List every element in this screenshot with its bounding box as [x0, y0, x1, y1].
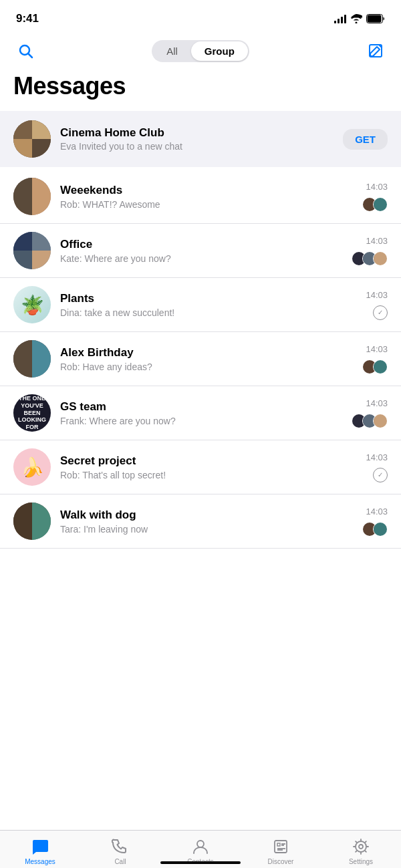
message-time: 14:03 [366, 344, 388, 354]
header: All Group [0, 33, 401, 69]
participants [362, 359, 388, 374]
list-item[interactable]: Weeekends Rob: WHAT!? Awesome 14:03 [0, 170, 401, 224]
message-preview: Rob: That's all top secret! [60, 470, 356, 480]
filter-group[interactable]: Group [191, 41, 248, 61]
message-preview: Kate: Where are you now? [60, 253, 342, 264]
message-meta: 14:03 [352, 236, 388, 266]
promo-text: Cinema Home Club Eva Invited you to a ne… [60, 126, 182, 152]
svg-rect-6 [275, 841, 287, 853]
search-icon [17, 43, 33, 59]
message-time: 14:03 [366, 507, 388, 517]
nav-messages[interactable]: Messages [0, 837, 80, 865]
message-name: Office [60, 238, 342, 251]
svg-rect-7 [277, 843, 280, 846]
nav-call-label: Call [114, 858, 126, 865]
message-content: Office Kate: Where are you now? [60, 238, 342, 264]
message-content: Alex Birthday Rob: Have any ideas? [60, 346, 353, 372]
nav-call[interactable]: Call [80, 837, 160, 865]
avatar [13, 502, 51, 540]
promo-left: Cinema Home Club Eva Invited you to a ne… [13, 120, 182, 158]
svg-point-12 [359, 845, 363, 849]
search-button[interactable] [13, 39, 37, 63]
message-time: 14:03 [366, 182, 388, 192]
participants [352, 414, 388, 428]
participant-avatar [373, 522, 388, 537]
svg-line-3 [29, 54, 33, 58]
avatar: 🍌 [13, 448, 51, 486]
message-preview: Dina: take a new succulent! [60, 307, 356, 318]
message-meta: 14:03 [352, 398, 388, 428]
participant-avatar [373, 251, 388, 266]
list-item[interactable]: 🍌 Secret project Rob: That's all top sec… [0, 440, 401, 494]
svg-point-13 [356, 841, 366, 852]
list-item[interactable]: 🪴 Plants Dina: take a new succulent! 14:… [0, 278, 401, 332]
participant-avatar [373, 197, 388, 212]
message-time: 14:03 [366, 290, 388, 300]
message-time: 14:03 [366, 452, 388, 462]
avatar [13, 178, 51, 215]
participants [352, 251, 388, 266]
filter-tabs: All Group [152, 40, 249, 62]
message-meta: 14:03 [362, 344, 388, 374]
filter-all[interactable]: All [153, 41, 191, 61]
message-meta: 14:03 ✓ [366, 290, 388, 320]
participant-avatar [373, 414, 388, 428]
list-item[interactable]: Alex Birthday Rob: Have any ideas? 14:03 [0, 332, 401, 386]
read-receipt: ✓ [373, 305, 388, 320]
wifi-icon [350, 14, 362, 23]
svg-rect-1 [368, 15, 382, 23]
promo-avatar [13, 120, 51, 158]
message-preview: Frank: Where are you now? [60, 416, 342, 426]
list-item[interactable]: Office Kate: Where are you now? 14:03 [0, 224, 401, 278]
messages-icon [31, 837, 49, 856]
message-name: Secret project [60, 454, 356, 468]
avatar [13, 340, 51, 378]
call-icon [111, 837, 130, 856]
message-preview: Tara: I'm leaving now [60, 524, 353, 535]
contacts-icon [191, 837, 210, 856]
battery-icon [366, 14, 385, 23]
message-name: Plants [60, 292, 356, 305]
message-content: Walk with dog Tara: I'm leaving now [60, 509, 353, 535]
avatar [13, 232, 51, 269]
compose-button[interactable] [364, 39, 388, 63]
message-meta: 14:03 [362, 507, 388, 537]
message-name: Alex Birthday [60, 346, 353, 359]
status-icons [334, 14, 385, 23]
nav-discover-label: Discover [268, 858, 294, 865]
nav-settings[interactable]: Settings [321, 837, 401, 865]
promo-banner[interactable]: Cinema Home Club Eva Invited you to a ne… [0, 111, 401, 167]
message-name: GS team [60, 400, 342, 414]
nav-discover[interactable]: Discover [241, 837, 321, 865]
message-content: Plants Dina: take a new succulent! [60, 292, 356, 318]
read-receipt: ✓ [373, 468, 388, 482]
status-time: 9:41 [16, 12, 39, 25]
nav-settings-label: Settings [349, 858, 373, 865]
message-meta: 14:03 [362, 182, 388, 212]
promo-subtitle: Eva Invited you to a new chat [60, 141, 182, 152]
list-item[interactable]: Walk with dog Tara: I'm leaving now 14:0… [0, 494, 401, 549]
message-time: 14:03 [366, 236, 388, 246]
message-time: 14:03 [366, 398, 388, 408]
discover-icon [271, 837, 290, 856]
signal-icon [334, 14, 346, 23]
message-content: Weeekends Rob: WHAT!? Awesome [60, 184, 353, 210]
participant-avatar [373, 359, 388, 374]
avatar: THE ONE YOU'VE BEEN LOOKING FOR [13, 394, 51, 432]
message-meta: 14:03 ✓ [366, 452, 388, 482]
message-content: Secret project Rob: That's all top secre… [60, 454, 356, 480]
page-title: Messages [0, 69, 401, 111]
message-content: GS team Frank: Where are you now? [60, 400, 342, 426]
home-indicator [160, 861, 241, 864]
get-button[interactable]: GET [343, 129, 388, 150]
svg-point-5 [197, 841, 204, 847]
message-preview: Rob: WHAT!? Awesome [60, 199, 353, 210]
message-name: Walk with dog [60, 509, 353, 522]
status-bar: 9:41 [0, 0, 401, 33]
message-preview: Rob: Have any ideas? [60, 361, 353, 372]
compose-icon [368, 43, 384, 59]
message-list: Weeekends Rob: WHAT!? Awesome 14:03 [0, 170, 401, 549]
list-item[interactable]: THE ONE YOU'VE BEEN LOOKING FOR GS team … [0, 386, 401, 440]
avatar: 🪴 [13, 286, 51, 323]
participants [362, 197, 388, 212]
